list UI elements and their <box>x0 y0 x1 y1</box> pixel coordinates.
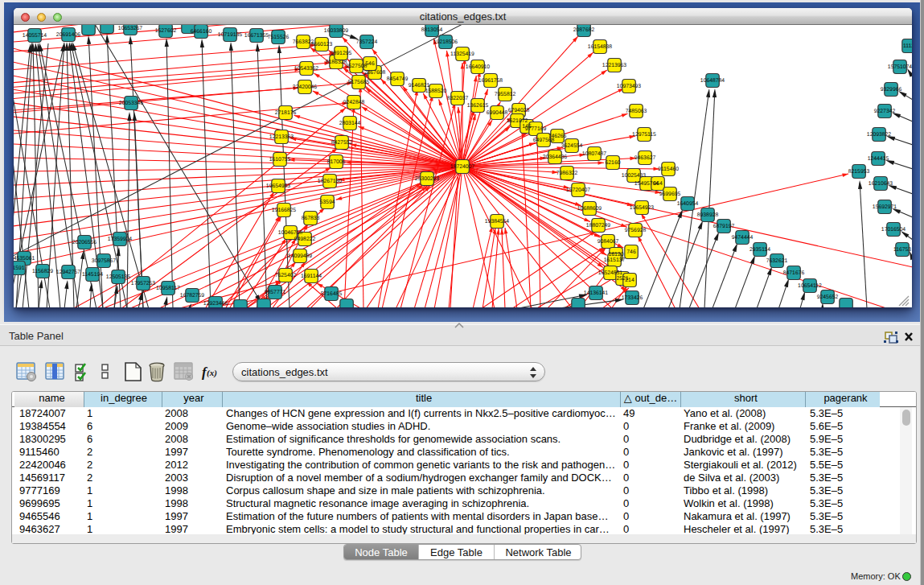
svg-text:16671355: 16671355 <box>244 32 269 38</box>
svg-text:16640910: 16640910 <box>466 64 490 69</box>
svg-text:12923446: 12923446 <box>203 300 228 306</box>
svg-text:10688609: 10688609 <box>577 205 602 211</box>
svg-text:15692971: 15692971 <box>873 204 897 209</box>
svg-text:9777169: 9777169 <box>525 126 547 131</box>
svg-text:14099489: 14099489 <box>288 253 312 258</box>
svg-text:1640954: 1640954 <box>677 200 699 206</box>
svg-text:10654112: 10654112 <box>798 282 822 288</box>
svg-text:1610755: 1610755 <box>269 156 291 162</box>
svg-text:18724007: 18724007 <box>450 163 474 169</box>
svg-text:10807487: 10807487 <box>582 150 606 156</box>
svg-text:7515526: 7515526 <box>268 34 290 39</box>
svg-text:867833: 867833 <box>302 215 320 220</box>
svg-text:10719135: 10719135 <box>218 31 242 37</box>
svg-text:12093822: 12093822 <box>867 131 891 137</box>
svg-text:2935114: 2935114 <box>749 246 770 252</box>
svg-text:17016504: 17016504 <box>881 226 906 232</box>
svg-text:20691406: 20691406 <box>56 31 80 37</box>
svg-text:8813054: 8813054 <box>421 27 443 32</box>
svg-text:2367608: 2367608 <box>364 69 386 75</box>
svg-text:18267130: 18267130 <box>318 178 342 183</box>
svg-text:20206556: 20206556 <box>72 239 97 245</box>
svg-text:214: 214 <box>625 277 634 282</box>
svg-text:1621072: 1621072 <box>507 117 528 123</box>
svg-text:1112: 1112 <box>903 43 912 48</box>
svg-text:1615137: 1615137 <box>604 257 626 262</box>
svg-text:8938928: 8938928 <box>697 212 719 217</box>
svg-text:8454749: 8454749 <box>387 76 409 81</box>
svg-text:10653267: 10653267 <box>118 25 142 31</box>
svg-text:10973493: 10973493 <box>617 83 641 89</box>
svg-text:817006: 817006 <box>327 159 346 164</box>
svg-text:6879197: 6879197 <box>713 223 735 229</box>
svg-text:17359924: 17359924 <box>108 236 132 241</box>
svg-text:10025433: 10025433 <box>622 172 646 178</box>
svg-text:10648784: 10648784 <box>700 77 725 83</box>
svg-text:16154838: 16154838 <box>588 43 612 49</box>
svg-text:(x): (x) <box>207 368 217 378</box>
svg-text:2803144: 2803144 <box>339 120 361 126</box>
svg-text:5716485: 5716485 <box>321 290 343 296</box>
svg-text:14055714: 14055714 <box>23 32 47 38</box>
svg-text:16782759: 16782759 <box>180 292 204 298</box>
svg-text:7986322: 7986322 <box>556 170 578 175</box>
svg-text:7955812: 7955812 <box>495 91 516 97</box>
svg-text:10046768: 10046768 <box>278 229 302 235</box>
svg-text:12213963: 12213963 <box>602 62 626 68</box>
svg-text:9474444: 9474444 <box>732 234 754 240</box>
svg-text:9699695: 9699695 <box>659 191 681 196</box>
svg-text:8471676: 8471676 <box>783 270 805 275</box>
svg-text:6466160: 6466160 <box>191 28 212 34</box>
svg-text:9242848: 9242848 <box>343 99 365 105</box>
svg-text:7625402: 7625402 <box>275 272 297 278</box>
svg-text:19218506: 19218506 <box>433 39 458 44</box>
svg-text:1591: 1591 <box>14 265 25 270</box>
svg-text:30975867: 30975867 <box>92 257 116 263</box>
svg-text:8186328: 8186328 <box>326 59 347 64</box>
svg-text:10543362: 10543362 <box>294 65 318 71</box>
svg-text:9084067: 9084067 <box>598 238 619 244</box>
svg-text:14136141: 14136141 <box>584 290 608 295</box>
svg-text:3624554: 3624554 <box>561 142 583 148</box>
svg-text:1145194: 1145194 <box>82 271 103 277</box>
svg-text:8427552: 8427552 <box>331 139 353 145</box>
svg-text:9498222: 9498222 <box>294 236 316 241</box>
svg-text:4535061: 4535061 <box>14 255 35 261</box>
svg-text:12505135: 12505135 <box>106 274 130 279</box>
svg-text:53594: 53594 <box>320 199 335 204</box>
svg-text:6794028: 6794028 <box>508 107 530 113</box>
svg-text:1733426: 1733426 <box>622 295 643 300</box>
svg-text:15751074: 15751074 <box>888 64 912 69</box>
svg-text:12975115: 12975115 <box>632 131 656 137</box>
svg-text:1244415: 1244415 <box>868 155 889 161</box>
svg-text:1588520: 1588520 <box>425 88 447 93</box>
svg-text:9527508: 9527508 <box>346 63 368 68</box>
svg-text:22420046: 22420046 <box>293 84 317 89</box>
svg-text:19166825: 19166825 <box>272 207 296 212</box>
svg-text:2718176: 2718176 <box>275 109 297 115</box>
svg-text:2087682: 2087682 <box>573 27 595 32</box>
svg-text:25300293: 25300293 <box>415 175 439 181</box>
svg-text:9146821: 9146821 <box>409 82 430 88</box>
svg-text:7632621: 7632621 <box>766 257 788 263</box>
svg-text:6990448: 6990448 <box>487 109 508 115</box>
svg-text:9227342: 9227342 <box>874 108 896 113</box>
svg-text:16210643: 16210643 <box>869 180 893 186</box>
svg-text:16033809: 16033809 <box>324 27 348 33</box>
svg-text:20053346: 20053346 <box>119 100 143 105</box>
svg-text:746266: 746266 <box>548 133 567 138</box>
svg-text:12213363: 12213363 <box>269 134 294 139</box>
svg-text:8660123: 8660123 <box>311 41 333 47</box>
svg-text:16524851: 16524851 <box>598 270 622 275</box>
svg-text:8215953: 8215953 <box>848 168 870 174</box>
svg-text:10958117: 10958117 <box>156 285 180 290</box>
svg-text:9115460: 9115460 <box>658 166 679 171</box>
svg-text:746: 746 <box>626 249 636 254</box>
svg-text:7357224: 7357224 <box>356 39 378 44</box>
svg-text:1156829: 1156829 <box>32 268 53 274</box>
svg-text:20364436: 20364436 <box>543 154 567 159</box>
svg-text:19654983: 19654983 <box>266 183 290 188</box>
svg-text:18807249: 18807249 <box>586 222 610 228</box>
svg-text:16120: 16120 <box>609 251 624 257</box>
svg-text:9756928: 9756928 <box>625 227 647 233</box>
